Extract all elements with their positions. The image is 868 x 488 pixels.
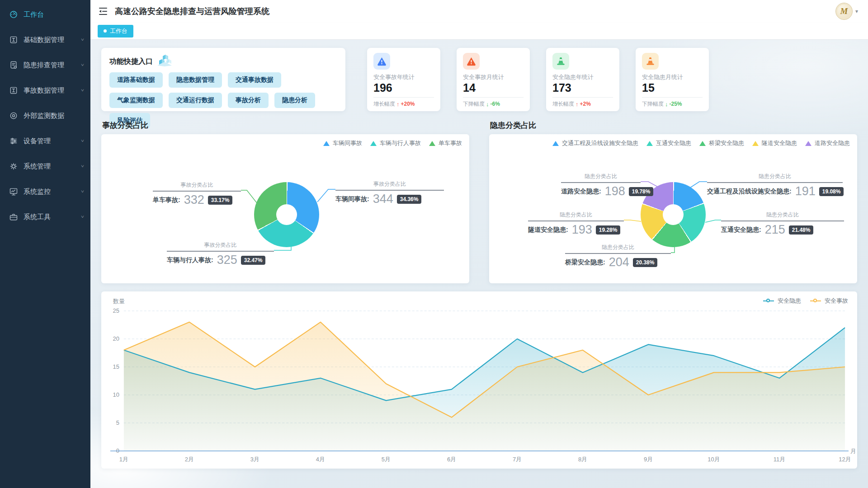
trend-value: -6% <box>491 101 500 107</box>
legend-label: 隧道安全隐患 <box>762 139 797 147</box>
main-column: 高速公路安全隐患排查与运营风险管理系统 M ▾ 工作台 功能快捷入口 <box>90 0 868 488</box>
pie-donut[interactable] <box>254 182 319 247</box>
stat-card-trend: 下降幅度↓-25% <box>642 100 703 108</box>
callout-rule <box>561 182 641 183</box>
legend-item[interactable]: 互通安全隐患 <box>646 139 691 147</box>
monthly-trend-chart: 0510152025数量1月2月3月4月5月6月7月8月9月10月11月12月月 <box>101 291 857 469</box>
chevron-down-icon: ˅ <box>81 215 84 220</box>
sidebar-item-9[interactable]: 系统工具˅ <box>0 204 90 230</box>
chevron-down-icon: ˅ <box>81 63 84 68</box>
legend-item[interactable]: 桥梁安全隐患 <box>699 139 744 147</box>
svg-text:7月: 7月 <box>513 456 522 463</box>
legend-item[interactable]: 安全事故 <box>810 297 848 305</box>
chevron-down-icon: ˅ <box>81 189 84 194</box>
sidebar-item-4[interactable]: 事故数据管理˅ <box>0 78 90 103</box>
callout-value: 204 <box>609 255 629 269</box>
toolbox-icon <box>9 212 18 221</box>
pie-callout: 隐患分类占比桥梁安全隐患:20420.38% <box>565 244 671 269</box>
legend-item[interactable]: 安全隐患 <box>763 297 801 305</box>
line-circle-marker-icon <box>763 300 774 301</box>
legend-item[interactable]: 隧道安全隐患 <box>752 139 797 147</box>
stat-card-group: 安全事故年统计196增长幅度↑+20%安全事故月统计14下降幅度↓-6%安全隐患… <box>367 48 709 111</box>
user-avatar[interactable]: M <box>835 3 853 20</box>
sidebar-item-3[interactable]: 隐患排查管理˅ <box>0 52 90 78</box>
trend-value: -25% <box>670 101 682 107</box>
menu-fold-icon[interactable] <box>98 6 108 17</box>
quick-button-2[interactable]: 隐患数据管理 <box>169 72 222 88</box>
callout-rule <box>707 182 843 183</box>
sidebar-item-label: 系统监控 <box>24 188 51 196</box>
svg-text:11月: 11月 <box>774 456 785 463</box>
legend-item[interactable]: 车辆与行人事故 <box>370 139 421 147</box>
quick-button-4[interactable]: 气象监测数据 <box>109 93 163 108</box>
chevron-down-icon[interactable]: ▾ <box>855 8 858 14</box>
callout-main: 道路安全隐患:19819.78% <box>561 184 641 198</box>
trend-label: 增长幅度 <box>552 100 574 108</box>
callout-main: 单车事故:33233.17% <box>153 193 241 207</box>
quick-button-5[interactable]: 交通运行数据 <box>169 93 222 108</box>
dashboard-content: 功能快捷入口 道路基础数据隐患数据管理交通事故数据气象监测数据交通运行数据事故分… <box>90 40 868 488</box>
legend-label: 单车事故 <box>439 139 462 147</box>
arrow-up-icon: ↑ <box>576 101 579 108</box>
pie-legend: 交通工程及沿线设施安全隐患互通安全隐患桥梁安全隐患隧道安全隐患道路安全隐患 <box>552 139 850 147</box>
sidebar-item-7[interactable]: 系统管理˅ <box>0 154 90 179</box>
pie-callout: 隐患分类占比隧道安全隐患:19319.28% <box>528 211 624 237</box>
callout-name: 车辆与行人事故: <box>167 256 213 264</box>
arrow-down-icon: ↓ <box>486 101 489 108</box>
app-root: 工作台基础数据管理˅隐患排查管理˅事故数据管理˅外部监测数据设备管理˅系统管理˅… <box>0 0 868 488</box>
gear-icon <box>9 162 18 171</box>
callout-rule <box>167 251 274 252</box>
callout-percent-badge: 21.48% <box>789 225 814 235</box>
callout-name: 桥梁安全隐患: <box>565 258 605 267</box>
quick-button-3[interactable]: 交通事故数据 <box>228 72 281 88</box>
callout-title: 隐患分类占比 <box>721 211 844 221</box>
stat-card-label: 安全隐患月统计 <box>642 73 703 81</box>
sidebar-item-8[interactable]: 系统监控˅ <box>0 179 90 204</box>
pie-callout: 隐患分类占比交通工程及沿线设施安全隐患:19119.08% <box>707 173 843 198</box>
callout-title: 隐患分类占比 <box>565 244 671 253</box>
sidebar-item-2[interactable]: 基础数据管理˅ <box>0 27 90 52</box>
tab-workbench-label: 工作台 <box>110 27 127 35</box>
bar-chart-3d-icon <box>156 54 173 66</box>
legend-label: 互通安全隐患 <box>656 139 691 147</box>
sidebar-item-label: 工作台 <box>24 10 44 19</box>
legend-triangle-icon <box>552 141 559 146</box>
callout-main: 隧道安全隐患:19319.28% <box>528 223 624 237</box>
warning-triangle-icon <box>463 53 480 70</box>
svg-text:2月: 2月 <box>185 456 194 463</box>
callout-percent-badge: 34.36% <box>397 195 422 204</box>
warning-triangle-icon <box>373 53 390 70</box>
legend-label: 车辆与行人事故 <box>380 139 421 147</box>
legend-item[interactable]: 交通工程及沿线设施安全隐患 <box>552 139 638 147</box>
callout-rule <box>528 221 624 221</box>
quick-button-7[interactable]: 隐患分析 <box>274 93 315 108</box>
callout-main: 互通安全隐患:21521.48% <box>721 223 844 237</box>
callout-main: 车辆间事故:34434.36% <box>335 192 444 206</box>
quick-button-6[interactable]: 事故分析 <box>228 93 269 108</box>
chevron-down-icon: ˅ <box>81 139 84 144</box>
sidebar-item-1[interactable]: 工作台 <box>0 2 90 27</box>
svg-text:5月: 5月 <box>382 456 391 463</box>
legend-item[interactable]: 单车事故 <box>429 139 462 147</box>
svg-text:3月: 3月 <box>250 456 259 463</box>
line-circle-marker-icon <box>810 300 821 301</box>
pie-callout: 事故分类占比单车事故:33233.17% <box>153 181 241 207</box>
stat-card-value: 196 <box>373 81 434 94</box>
legend-triangle-icon <box>646 141 653 146</box>
callout-main: 桥梁安全隐患:20420.38% <box>565 255 671 269</box>
svg-text:6月: 6月 <box>447 456 456 463</box>
legend-item[interactable]: 车辆间事故 <box>323 139 362 147</box>
tab-workbench[interactable]: 工作台 <box>98 25 133 38</box>
callout-name: 道路安全隐患: <box>561 188 601 196</box>
sidebar-item-5[interactable]: 外部监测数据 <box>0 103 90 128</box>
sidebar-item-6[interactable]: 设备管理˅ <box>0 128 90 154</box>
legend-triangle-icon <box>429 141 435 146</box>
monthly-trend-panel: 安全隐患安全事故 0510152025数量1月2月3月4月5月6月7月8月9月1… <box>101 291 857 469</box>
traffic-cone-icon <box>552 53 569 70</box>
pie-legend: 车辆间事故车辆与行人事故单车事故 <box>323 139 462 147</box>
accident-pie-title: 事故分类占比 <box>102 120 469 131</box>
stat-card-divider <box>463 97 524 98</box>
quick-button-1[interactable]: 道路基础数据 <box>109 72 163 88</box>
legend-item[interactable]: 道路安全隐患 <box>805 139 850 147</box>
stat-card-trend: 增长幅度↑+20% <box>373 100 434 108</box>
